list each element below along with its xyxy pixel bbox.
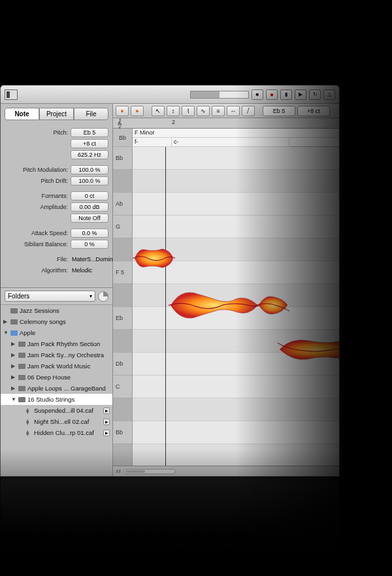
piano-key[interactable]: Eb <box>113 307 132 330</box>
drift-field[interactable]: 100.0 % <box>71 176 108 185</box>
audio-file-item[interactable]: ⧫Suspended...ill 04.caf▶ <box>1 405 112 416</box>
folder-item[interactable]: ▶Apple Loops ... GarageBand <box>1 383 112 394</box>
stretch-tool[interactable]: ↔ <box>227 106 240 116</box>
piano-key[interactable]: Bb <box>113 147 132 170</box>
mini-timeline[interactable] <box>190 91 249 99</box>
folder-item[interactable]: ▶Jam Pack Sy...ny Orchestra <box>1 349 112 360</box>
note-lane[interactable] <box>133 170 339 193</box>
note-lane[interactable] <box>133 421 339 444</box>
playhead[interactable] <box>165 147 166 466</box>
piano-key[interactable] <box>113 170 132 193</box>
note-lanes[interactable] <box>133 147 339 466</box>
file-value: MaterS...Domini <box>71 255 108 263</box>
note-blob-1[interactable] <box>133 244 175 273</box>
note-blob-4[interactable] <box>278 333 339 366</box>
note-lane[interactable] <box>133 147 339 170</box>
audio-file-icon: ⧫ <box>26 408 32 413</box>
piano-key[interactable]: Bb <box>113 421 132 444</box>
piano-key[interactable] <box>113 330 132 353</box>
rewind-button[interactable]: ▮ <box>280 89 292 100</box>
note-blob-3[interactable] <box>257 289 289 321</box>
pitch-note-field[interactable]: Eb 5 <box>71 128 108 137</box>
horizontal-scrollbar[interactable] <box>123 469 176 474</box>
preview-play-button[interactable]: ▶ <box>103 419 110 425</box>
piano-key[interactable] <box>113 284 132 307</box>
browser-view-popup[interactable]: Folders▾ <box>5 291 95 302</box>
amplitude-field[interactable]: 0.00 dB <box>71 202 108 212</box>
cents-display[interactable]: +8 ct <box>297 106 330 116</box>
audio-file-item[interactable]: ⧫Night Shi...ell 02.caf▶ <box>1 416 112 427</box>
note-lane[interactable] <box>133 376 339 398</box>
piano-key[interactable]: G <box>113 216 132 238</box>
noteoff-button[interactable]: Note Off <box>71 214 108 223</box>
stop-button[interactable]: ■ <box>252 89 263 100</box>
note-blob-2[interactable] <box>169 287 260 323</box>
sidebar-toggle-button[interactable] <box>5 89 18 100</box>
folder-item[interactable]: ▶Celemony songs <box>1 316 112 327</box>
formants-field[interactable]: 0 ct <box>71 191 108 200</box>
disclosure-triangle-icon[interactable]: ▶ <box>11 352 16 358</box>
pointer-tool[interactable]: ↖ <box>152 106 165 116</box>
editor-area: ● ● ↖ ↕ ⌇ ∿ ≡ ↔ ⧸ Eb 5 +8 ct 𝄞 2 Bb <box>113 104 339 476</box>
piano-key[interactable]: Db <box>113 353 132 376</box>
note-lane[interactable] <box>133 444 339 466</box>
piano-key[interactable]: F 5 <box>113 261 132 284</box>
tab-note[interactable]: Note <box>5 108 39 120</box>
disclosure-triangle-icon[interactable]: ▶ <box>11 385 16 391</box>
loop-button[interactable]: ↻ <box>309 89 321 100</box>
play-button[interactable]: ▶ <box>295 89 306 100</box>
metronome-button[interactable]: △ <box>323 89 335 100</box>
folder-icon <box>18 375 25 380</box>
folder-icon <box>10 330 18 336</box>
note-lane[interactable] <box>133 216 339 238</box>
folder-item[interactable]: ▶06 Deep House <box>1 372 112 383</box>
disclosure-triangle-icon[interactable]: ▼ <box>3 330 8 336</box>
pitch-hz-field[interactable]: 625.2 Hz <box>71 150 108 159</box>
blob-tool-2[interactable]: ● <box>131 106 144 116</box>
folder-item[interactable]: ▼16 Studio Strings <box>1 394 112 405</box>
preview-play-button[interactable]: ▶ <box>103 430 110 436</box>
blob-tool-1[interactable]: ● <box>116 106 129 116</box>
pitch-display[interactable]: Eb 5 <box>263 106 295 116</box>
tab-project[interactable]: Project <box>39 108 74 120</box>
wave-tool[interactable]: ∿ <box>197 106 210 116</box>
item-label: Celemony songs <box>20 318 66 325</box>
sharps-icon[interactable]: ♯♯ <box>116 468 121 475</box>
pitch-curve-tool[interactable]: ⌇ <box>182 106 195 116</box>
scale-cell[interactable]: F Minor <box>133 129 339 138</box>
split-tool[interactable]: ⧸ <box>242 106 255 116</box>
note-lane[interactable] <box>133 193 339 216</box>
disclosure-triangle-icon[interactable]: ▶ <box>11 374 16 380</box>
audio-file-item[interactable]: ⧫Hidden Clu...rp 01.caf▶ <box>1 427 112 438</box>
folder-icon <box>10 319 18 325</box>
sibilant-field[interactable]: 0 % <box>71 240 108 249</box>
chord-cell-1[interactable]: f- <box>133 138 172 147</box>
disclosure-triangle-icon[interactable]: ▼ <box>11 396 16 402</box>
folder-tree[interactable]: Jazz Sessions▶Celemony songs▼Apple▶Jam P… <box>1 305 112 476</box>
pitchmod-field[interactable]: 100.0 % <box>71 165 108 174</box>
pitch-cents-field[interactable]: +8 ct <box>71 139 108 148</box>
piano-key[interactable]: C <box>113 376 132 398</box>
tab-file[interactable]: File <box>74 108 108 120</box>
folder-item[interactable]: ▶Jam Pack Rhythm Section <box>1 338 112 349</box>
folder-item[interactable]: Jazz Sessions <box>1 305 112 316</box>
attack-field[interactable]: 0.0 % <box>71 229 108 238</box>
piano-key[interactable]: Ab <box>113 193 132 216</box>
disclosure-triangle-icon[interactable]: ▶ <box>11 363 16 369</box>
piano-key[interactable] <box>113 238 132 261</box>
piano-roll[interactable]: BbAbGF 5EbDbCBbAb <box>113 147 339 466</box>
disclosure-triangle-icon[interactable]: ▶ <box>11 341 16 347</box>
folder-item[interactable]: ▶Jam Pack World Music <box>1 360 112 372</box>
vertical-tool[interactable]: ↕ <box>167 106 180 116</box>
record-button[interactable]: ● <box>266 89 278 100</box>
disclosure-triangle-icon[interactable]: ▶ <box>3 319 8 325</box>
piano-key[interactable] <box>113 398 132 421</box>
folder-item[interactable]: ▼Apple <box>1 327 112 338</box>
chord-cell-2[interactable]: c- <box>172 138 289 147</box>
piano-key[interactable] <box>113 444 132 466</box>
bars-tool[interactable]: ≡ <box>212 106 225 116</box>
time-ruler[interactable]: 𝄞 2 <box>113 118 339 129</box>
preview-play-button[interactable]: ▶ <box>103 408 110 414</box>
piano-keys[interactable]: BbAbGF 5EbDbCBbAb <box>113 147 133 466</box>
note-lane[interactable] <box>133 398 339 421</box>
